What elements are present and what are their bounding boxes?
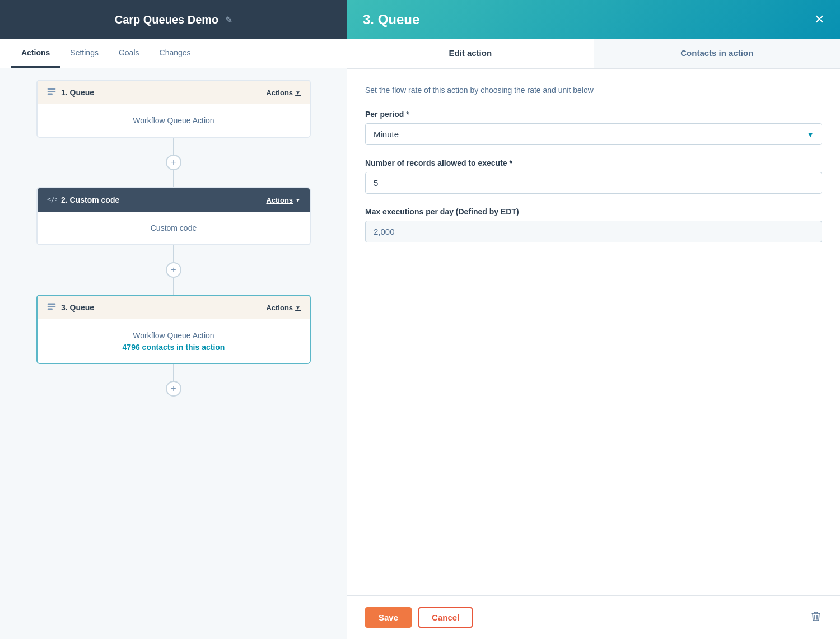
card-2-body: Custom code: [38, 212, 310, 244]
tab-actions[interactable]: Actions: [11, 39, 60, 68]
card-3-body: Workflow Queue Action 4796 contacts in t…: [38, 319, 310, 363]
card-2-actions-btn[interactable]: Actions ▼: [266, 196, 301, 204]
card-1-title: 1. Queue: [61, 88, 94, 97]
svg-rect-4: [48, 304, 55, 305]
chevron-down-icon-3: ▼: [295, 305, 301, 311]
tab-settings[interactable]: Settings: [60, 39, 109, 68]
form-description: Set the flow rate of this action by choo…: [365, 85, 822, 96]
right-footer: Save Cancel: [347, 595, 840, 639]
delete-icon: [810, 612, 822, 624]
queue-icon-3: [46, 301, 57, 314]
card-1-body-text: Workflow Queue Action: [133, 116, 214, 125]
per-period-select-wrapper: Minute Hour Day Week ▼: [365, 123, 822, 145]
svg-rect-1: [48, 91, 55, 92]
max-executions-label: Max executions per day (Defined by EDT): [365, 207, 822, 216]
tab-changes[interactable]: Changes: [150, 39, 201, 68]
connector-5: [173, 364, 174, 381]
right-panel: 3. Queue ✕ Edit action Contacts in actio…: [347, 0, 840, 639]
per-period-label: Per period *: [365, 110, 822, 119]
tab-edit-action[interactable]: Edit action: [347, 39, 594, 68]
card-3-header-left: 3. Queue: [46, 301, 94, 314]
action-card-3: 3. Queue Actions ▼ Workflow Queue Action…: [36, 295, 311, 364]
queue-icon-1: [46, 86, 57, 99]
code-icon-2: </>: [46, 194, 57, 206]
right-header: 3. Queue ✕: [347, 0, 840, 39]
add-action-btn-2[interactable]: +: [166, 262, 181, 278]
cancel-button[interactable]: Cancel: [418, 607, 473, 628]
svg-text:</>: </>: [47, 195, 57, 203]
connector-3: [173, 245, 174, 262]
card-1-body: Workflow Queue Action: [38, 104, 310, 137]
svg-rect-0: [48, 88, 55, 90]
card-2-header-left: </> 2. Custom code: [46, 194, 119, 206]
chevron-down-icon-2: ▼: [295, 197, 301, 203]
card-2-header: </> 2. Custom code Actions ▼: [38, 188, 310, 212]
tab-contacts-in-action[interactable]: Contacts in action: [594, 39, 841, 68]
connector-2: [173, 170, 174, 187]
close-button[interactable]: ✕: [814, 13, 824, 26]
card-3-actions-btn[interactable]: Actions ▼: [266, 304, 301, 312]
connector-4: [173, 278, 174, 295]
right-tab-bar: Edit action Contacts in action: [347, 39, 840, 69]
left-header: Carp Queues Demo ✎: [0, 0, 347, 39]
per-period-group: Per period * Minute Hour Day Week ▼: [365, 110, 822, 145]
svg-rect-6: [48, 309, 53, 310]
card-3-title: 3. Queue: [61, 303, 94, 312]
max-executions-group: Max executions per day (Defined by EDT): [365, 207, 822, 242]
records-group: Number of records allowed to execute *: [365, 158, 822, 194]
left-panel: Carp Queues Demo ✎ Actions Settings Goal…: [0, 0, 347, 639]
save-button[interactable]: Save: [365, 607, 412, 628]
card-1-actions-btn[interactable]: Actions ▼: [266, 88, 301, 97]
right-panel-title: 3. Queue: [363, 12, 419, 27]
edit-icon[interactable]: ✎: [225, 15, 232, 25]
card-1-header-left: 1. Queue: [46, 86, 94, 99]
records-label: Number of records allowed to execute *: [365, 158, 822, 167]
delete-button[interactable]: [810, 610, 822, 625]
app-title: Carp Queues Demo: [115, 13, 219, 26]
card-3-body-text: Workflow Queue Action: [133, 331, 214, 340]
add-action-btn-3[interactable]: +: [166, 381, 181, 397]
per-period-select[interactable]: Minute Hour Day Week: [365, 123, 822, 145]
right-form-content: Set the flow rate of this action by choo…: [347, 69, 840, 595]
add-action-btn-1[interactable]: +: [166, 155, 181, 170]
tab-goals[interactable]: Goals: [109, 39, 150, 68]
workflow-canvas: 1. Queue Actions ▼ Workflow Queue Action…: [0, 68, 347, 639]
card-2-title: 2. Custom code: [61, 195, 119, 204]
svg-rect-5: [48, 306, 55, 307]
card-3-contacts-link[interactable]: 4796 contacts in this action: [49, 343, 298, 352]
max-executions-input: [365, 221, 822, 242]
svg-rect-2: [48, 94, 53, 95]
records-input[interactable]: [365, 172, 822, 194]
card-1-header: 1. Queue Actions ▼: [38, 81, 310, 104]
card-2-body-text: Custom code: [151, 223, 197, 232]
card-3-header: 3. Queue Actions ▼: [38, 296, 310, 319]
action-card-1: 1. Queue Actions ▼ Workflow Queue Action: [36, 80, 311, 138]
action-card-2: </> 2. Custom code Actions ▼ Custom code: [36, 187, 311, 245]
left-tab-bar: Actions Settings Goals Changes: [0, 39, 347, 68]
connector-1: [173, 138, 174, 155]
chevron-down-icon-1: ▼: [295, 90, 301, 96]
